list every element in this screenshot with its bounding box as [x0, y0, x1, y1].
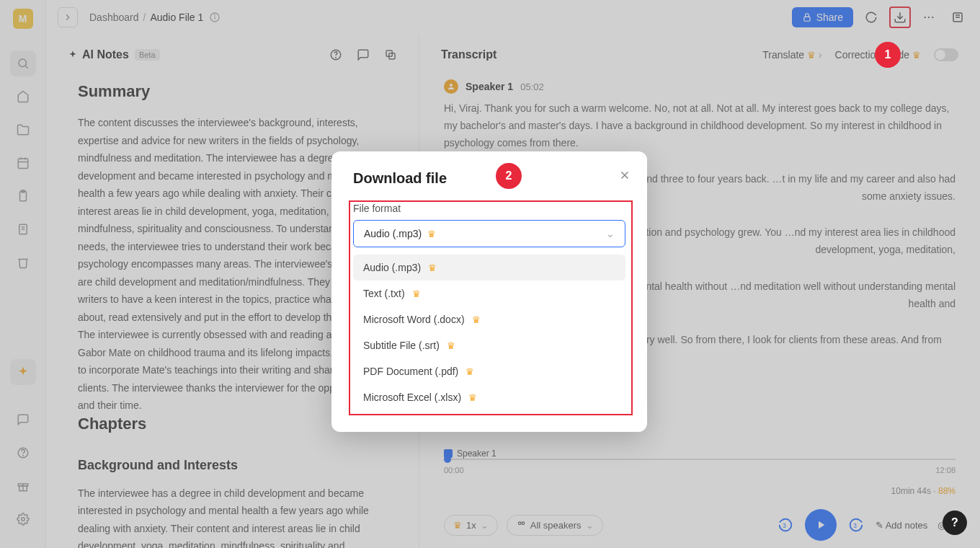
file-format-select[interactable]: Audio (.mp3) ♛ ⌄	[353, 220, 625, 247]
modal-title: Download file	[353, 170, 625, 187]
file-format-label: File format	[353, 203, 625, 214]
selected-format: Audio (.mp3)	[364, 228, 422, 239]
chevron-down-icon: ⌄	[606, 228, 615, 239]
format-option[interactable]: PDF Document (.pdf) ♛	[353, 358, 625, 384]
download-modal: Download file File format Audio (.mp3) ♛…	[331, 151, 647, 432]
format-option[interactable]: Text (.txt) ♛	[353, 280, 625, 306]
format-dropdown: Audio (.mp3) ♛ Text (.txt) ♛ Microsoft W…	[353, 255, 625, 410]
format-option[interactable]: Subtitle File (.srt) ♛	[353, 332, 625, 358]
crown-icon: ♛	[427, 229, 436, 239]
help-bubble[interactable]: ?	[943, 511, 967, 535]
format-option[interactable]: Audio (.mp3) ♛	[353, 255, 625, 280]
close-icon[interactable]	[618, 169, 631, 182]
annotation-callout-2: 2	[496, 163, 522, 189]
format-option[interactable]: Microsoft Word (.docx) ♛	[353, 306, 625, 332]
annotation-callout-1: 1	[875, 42, 901, 68]
format-option[interactable]: Microsoft Excel (.xlsx) ♛	[353, 384, 625, 410]
